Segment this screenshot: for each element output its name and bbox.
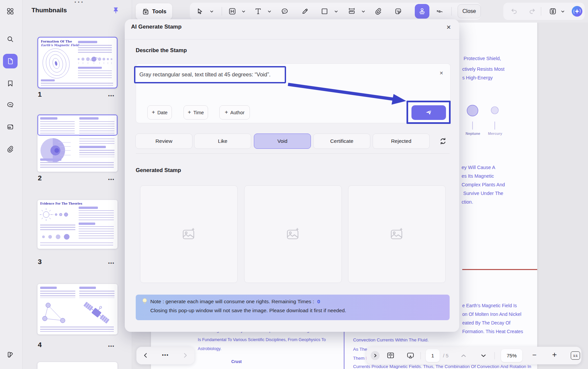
dialog-close-button[interactable]: ✕ xyxy=(444,23,453,32)
prompt-text: Gray rectangular seal, text tilted at 45… xyxy=(135,67,285,82)
page-menu-icon[interactable]: ••• xyxy=(108,260,115,265)
page-organize-icon[interactable] xyxy=(6,123,14,131)
expand-toolbar-button[interactable] xyxy=(371,351,380,360)
doc-text: Is Fundamental To Various Scientific Dis… xyxy=(198,337,326,342)
rectangle-tool-icon[interactable] xyxy=(321,7,329,15)
pencil-tool-icon[interactable] xyxy=(301,7,309,15)
more-pages-icon[interactable]: ••• xyxy=(156,352,175,358)
clear-prompt-button[interactable]: ✕ xyxy=(437,69,445,77)
page-menu-icon[interactable]: ••• xyxy=(108,93,115,98)
doc-text: es Its Magnetic xyxy=(462,173,494,179)
thumb3-sun-diagram xyxy=(39,206,76,223)
comment-tool-icon[interactable] xyxy=(281,7,289,15)
view-controls-pill: 1 / 5 75% − + 1:1 xyxy=(366,347,581,364)
chevron-up-icon[interactable] xyxy=(461,353,467,358)
preset-void-button[interactable]: Void xyxy=(254,134,311,149)
doc-text: on Of Molten Iron And Nickel xyxy=(462,312,521,317)
sticker-tool-icon[interactable] xyxy=(394,7,402,15)
insert-date-label: Date xyxy=(157,110,168,115)
search-icon[interactable] xyxy=(6,35,14,43)
prompt-highlight-annotation[interactable]: Gray rectangular seal, text tilted at 45… xyxy=(134,66,286,83)
doc-text: s High-Energy xyxy=(462,75,493,80)
text-tool-icon[interactable] xyxy=(254,7,262,15)
preset-review-button[interactable]: Review xyxy=(135,134,192,149)
generated-stamp-placeholder-1 xyxy=(140,185,238,283)
doc-text: Astrobiology. xyxy=(198,346,221,351)
close-tools-button[interactable]: Close xyxy=(458,4,481,18)
page-thumbnail-3[interactable]: Evidence For The Theories xyxy=(37,200,117,249)
color-swatches-icon[interactable] xyxy=(6,351,14,359)
dialog-header-divider xyxy=(125,39,459,40)
redo-icon[interactable] xyxy=(528,7,536,15)
panel-drag-handle[interactable]: ••• xyxy=(68,0,91,5)
tools-box-icon xyxy=(142,8,150,16)
page-thumbnails-icon[interactable] xyxy=(6,57,14,65)
save-icon[interactable] xyxy=(549,7,557,15)
zoom-in-button[interactable]: + xyxy=(552,350,557,359)
refresh-presets-icon[interactable] xyxy=(439,137,447,145)
bookmark-icon[interactable] xyxy=(6,79,14,87)
attach-tool-icon[interactable] xyxy=(374,7,382,15)
undo-icon[interactable] xyxy=(510,7,518,15)
tools-tab[interactable]: Tools xyxy=(136,3,172,20)
page-total-label: / 5 xyxy=(443,353,449,358)
note-text-line2: Closing this pop-up window will not save… xyxy=(150,308,346,314)
remaining-times-value: 0 xyxy=(317,299,320,304)
preset-like-button[interactable]: Like xyxy=(194,134,251,149)
page-nav-pill-left: ••• xyxy=(136,347,194,364)
doc-text: Convection Currents Within The Fluid. xyxy=(353,337,429,342)
actual-size-label: 1:1 xyxy=(573,354,577,357)
zoom-level-input[interactable]: 75% xyxy=(501,349,522,362)
ai-assistant-icon[interactable] xyxy=(571,6,583,17)
signature-tool-icon[interactable] xyxy=(436,7,444,15)
measure-tool-icon[interactable] xyxy=(348,7,356,15)
doc-text: Protective Shield, xyxy=(464,56,501,61)
page-menu-icon[interactable]: ••• xyxy=(108,343,115,348)
stamp-tool-icon[interactable] xyxy=(418,7,426,15)
page-number-4: 4 xyxy=(38,341,42,349)
insert-time-button[interactable]: + Time xyxy=(184,105,208,120)
chevron-down-icon[interactable] xyxy=(267,10,271,14)
image-placeholder-icon xyxy=(389,227,404,242)
presentation-pointer-icon[interactable] xyxy=(406,351,414,359)
doc-text: As The xyxy=(353,347,367,352)
page-menu-icon[interactable]: ••• xyxy=(108,177,115,182)
planet-label: Neptune xyxy=(464,132,482,136)
page-thumbnail-4[interactable] xyxy=(37,284,117,334)
chevron-down-icon[interactable] xyxy=(242,10,246,14)
doc-crust-label: Crust xyxy=(231,359,242,364)
preset-certificate-button[interactable]: Certificate xyxy=(313,134,370,149)
chevron-down-icon[interactable] xyxy=(334,10,338,14)
preset-rejected-button[interactable]: Rejected xyxy=(373,134,430,149)
send-button[interactable] xyxy=(411,105,446,120)
thumb2-core-diagram xyxy=(39,135,75,166)
heading-tool-icon[interactable] xyxy=(228,7,236,15)
ai-generate-stamp-dialog: AI Generate Stamp ✕ Describe the Stamp G… xyxy=(125,19,459,332)
page-number-input[interactable]: 1 xyxy=(426,349,440,362)
select-cursor-icon[interactable] xyxy=(196,7,204,15)
doc-text: Them I xyxy=(353,356,367,361)
chevron-down-icon[interactable] xyxy=(561,10,565,14)
chevron-left-icon[interactable] xyxy=(142,352,149,359)
insert-date-button[interactable]: + Date xyxy=(147,105,172,120)
red-divider-line xyxy=(462,269,537,270)
lightbulb-icon xyxy=(142,298,148,305)
thumb4-network-diagram xyxy=(39,299,77,324)
thumb1-title: Formation Of The xyxy=(41,40,72,43)
actual-size-button[interactable]: 1:1 xyxy=(571,351,580,360)
comments-icon[interactable] xyxy=(6,101,14,109)
apps-grid-icon[interactable] xyxy=(6,7,14,15)
attachments-icon[interactable] xyxy=(6,145,14,153)
chevron-down-icon[interactable] xyxy=(210,10,214,14)
book-view-icon[interactable] xyxy=(387,351,395,359)
zoom-out-button[interactable]: − xyxy=(532,351,537,359)
pin-icon[interactable] xyxy=(111,7,120,15)
insert-author-button[interactable]: + Author xyxy=(219,105,250,120)
page-thumbnail-1[interactable]: Formation Of The Earth's Magnetic Field xyxy=(37,37,117,88)
thumb3-circles-row xyxy=(40,232,77,241)
chevron-right-icon[interactable] xyxy=(182,352,189,359)
page-thumbnail-5-partial[interactable] xyxy=(37,362,117,369)
toolbar-divider xyxy=(451,7,452,16)
chevron-down-icon[interactable] xyxy=(361,10,365,14)
chevron-down-icon[interactable] xyxy=(480,353,486,358)
